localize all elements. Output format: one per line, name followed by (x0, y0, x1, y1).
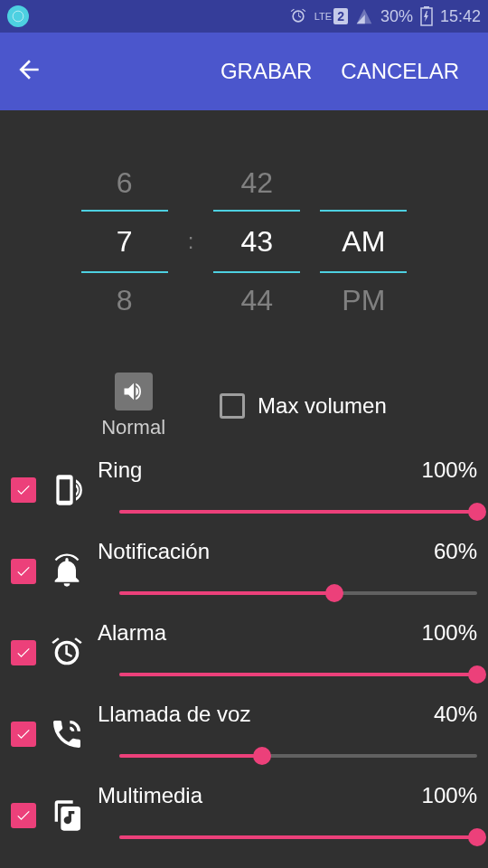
multimedia-pct: 100% (422, 783, 477, 808)
notification-slider[interactable] (119, 582, 477, 604)
volume-row-voice-call: Llamada de voz40% (11, 702, 477, 767)
alarm-label: Alarma (98, 620, 166, 646)
ring-pct: 100% (422, 458, 477, 483)
volume-row-notification: Notificación60% (11, 539, 477, 604)
multimedia-label: Multimedia (98, 783, 202, 808)
notification-label: Notificación (98, 539, 210, 564)
max-volume-label: Max volumen (258, 393, 387, 419)
check-icon (14, 481, 33, 499)
voice-call-label: Llamada de voz (98, 702, 250, 727)
hour-column[interactable]: 6 7 8 (81, 156, 168, 327)
volume-row-alarm: Alarma100% (11, 620, 477, 685)
minute-prev: 42 (213, 156, 300, 210)
hour-next: 8 (81, 273, 168, 327)
voice-call-checkbox[interactable] (11, 722, 36, 747)
cancel-button[interactable]: CANCELAR (326, 52, 474, 91)
mode-label: Normal (101, 416, 165, 439)
battery-pct: 30% (380, 7, 413, 26)
signal-icon (355, 7, 373, 25)
ampm-next: PM (320, 273, 407, 327)
voice-call-pct: 40% (434, 702, 477, 727)
voice-call-slider[interactable] (119, 745, 477, 767)
app-bar: GRABAR CANCELAR (0, 33, 488, 110)
minute-selected: 43 (213, 210, 300, 273)
app-indicator-icon (7, 5, 29, 27)
notification-checkbox[interactable] (11, 559, 36, 584)
minute-column[interactable]: 42 43 44 (213, 156, 300, 327)
notification-pct: 60% (434, 539, 477, 564)
volume-row-ring: Ring100% (11, 458, 477, 523)
ampm-column[interactable]: AM PM (320, 156, 407, 327)
hour-selected: 7 (81, 210, 168, 273)
max-volume-checkbox[interactable]: Max volumen (220, 393, 387, 419)
save-button[interactable]: GRABAR (206, 52, 326, 91)
phone-call-icon (47, 716, 87, 752)
volume-row-multimedia: Multimedia100% (11, 783, 477, 848)
alarm-slider[interactable] (119, 664, 477, 685)
check-icon (14, 725, 33, 743)
battery-charging-icon (420, 6, 433, 26)
status-bar: LTE 2 30% 15:42 (0, 0, 488, 33)
ring-slider[interactable] (119, 501, 477, 523)
alarm-pct: 100% (422, 620, 477, 646)
multimedia-checkbox[interactable] (11, 803, 36, 828)
bell-icon (47, 553, 87, 590)
phone-ring-icon (47, 472, 87, 508)
back-button[interactable] (14, 55, 43, 88)
mode-row: Normal Max volumen (0, 373, 488, 439)
alarm-checkbox[interactable] (11, 640, 36, 665)
check-icon (14, 807, 33, 825)
time-colon: : (188, 229, 194, 254)
multimedia-slider[interactable] (119, 826, 477, 848)
hour-prev: 6 (81, 156, 168, 210)
back-arrow-icon (14, 55, 43, 84)
ring-label: Ring (98, 458, 142, 483)
status-time: 15:42 (440, 7, 481, 26)
music-note-icon (47, 797, 87, 834)
svg-rect-2 (424, 6, 429, 8)
alarm-clock-icon (47, 635, 87, 671)
volume-list: Ring100% Notificación60% Alarma100% Llam… (0, 458, 488, 848)
minute-next: 44 (213, 273, 300, 327)
sound-mode[interactable]: Normal (101, 373, 165, 439)
speaker-icon (121, 379, 146, 404)
ring-checkbox[interactable] (11, 477, 36, 503)
time-picker[interactable]: 6 7 8 : 42 43 44 AM PM (0, 156, 488, 327)
check-icon (14, 562, 33, 580)
checkbox-unchecked-icon (220, 393, 245, 419)
ampm-selected: AM (320, 210, 407, 273)
svg-point-0 (13, 11, 23, 22)
check-icon (14, 644, 33, 662)
lte-label: LTE (314, 12, 332, 22)
ampm-prev (320, 156, 407, 210)
sim-badge: 2 (333, 8, 348, 24)
alarm-status-icon (289, 7, 307, 25)
